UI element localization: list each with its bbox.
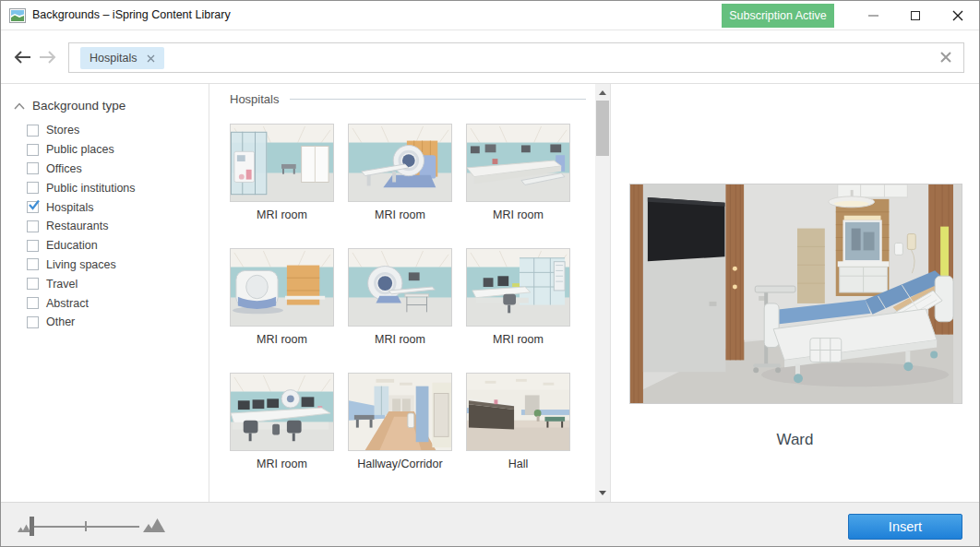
- app-window: Backgrounds – iSpring Content Library Su…: [0, 0, 980, 547]
- results-grid-area: Hospitals MRI roomMRI roomMRI roomMRI ro…: [210, 84, 595, 502]
- preview-panel: Ward: [610, 84, 979, 502]
- thumbnail-label: MRI room: [348, 333, 452, 346]
- grid-item[interactable]: MRI room: [230, 373, 334, 470]
- sidebar-item-label: Education: [46, 239, 98, 252]
- thumbnail-image[interactable]: [348, 248, 452, 327]
- thumbnail-image[interactable]: [348, 124, 452, 202]
- checkbox-living-spaces[interactable]: [27, 258, 39, 270]
- sidebar-item-label: Stores: [46, 124, 79, 137]
- grid-item[interactable]: MRI room: [466, 124, 570, 221]
- background-type-list: StoresPublic placesOfficesPublic institu…: [1, 121, 209, 332]
- preview-label: Ward: [611, 431, 979, 449]
- sidebar-item-abstract[interactable]: Abstract: [1, 293, 209, 313]
- search-clear-icon[interactable]: [939, 51, 952, 67]
- sidebar-item-public-places[interactable]: Public places: [1, 140, 209, 160]
- thumbnail-image[interactable]: [348, 373, 452, 451]
- sidebar-item-label: Offices: [46, 162, 82, 175]
- bottom-bar: Insert: [1, 502, 979, 546]
- scrollbar-thumb[interactable]: [596, 101, 609, 156]
- chevron-up-icon: [14, 102, 25, 110]
- thumbnail-label: Hall: [466, 458, 570, 470]
- filter-sidebar: Background type StoresPublic placesOffic…: [1, 84, 209, 502]
- thumbnail-label: MRI room: [348, 208, 452, 221]
- sidebar-item-label: Other: [46, 315, 75, 328]
- sidebar-item-label: Public places: [46, 143, 114, 156]
- grid-scrollbar[interactable]: [595, 84, 610, 502]
- close-button[interactable]: [937, 1, 979, 30]
- title-bar: Backgrounds – iSpring Content Library Su…: [1, 1, 979, 30]
- thumbnail-label: MRI room: [466, 333, 570, 346]
- grid-item[interactable]: MRI room: [348, 124, 452, 221]
- checkbox-public-places[interactable]: [27, 144, 39, 156]
- thumbnail-image[interactable]: [230, 373, 334, 451]
- grid-item[interactable]: Hallway/Corridor: [348, 373, 452, 470]
- sidebar-item-label: Living spaces: [46, 258, 116, 271]
- subscription-badge[interactable]: Subscription Active: [722, 4, 834, 28]
- checkbox-stores[interactable]: [27, 125, 39, 137]
- thumbnail-image[interactable]: [466, 124, 570, 202]
- grid-item[interactable]: MRI room: [230, 124, 334, 221]
- insert-button[interactable]: Insert: [848, 514, 962, 540]
- checkbox-other[interactable]: [27, 316, 39, 328]
- sidebar-item-label: Hospitals: [46, 201, 93, 214]
- back-arrow-icon[interactable]: [12, 49, 32, 65]
- sidebar-item-education[interactable]: Education: [1, 236, 209, 256]
- sidebar-item-public-institutions[interactable]: Public institutions: [1, 178, 209, 197]
- checkbox-public-institutions[interactable]: [27, 182, 39, 194]
- checkbox-hospitals[interactable]: [27, 201, 39, 213]
- scrollbar-down-icon[interactable]: [599, 491, 606, 495]
- thumbnail-image[interactable]: [230, 124, 334, 202]
- filter-chip-hospitals[interactable]: Hospitals: [80, 47, 164, 69]
- results-section-header: Hospitals: [230, 92, 586, 106]
- sidebar-item-label: Restaurants: [46, 220, 108, 232]
- section-divider: [290, 99, 586, 100]
- sidebar-item-stores[interactable]: Stores: [1, 121, 209, 140]
- sidebar-item-restaurants[interactable]: Restaurants: [1, 217, 209, 236]
- slider-thumb[interactable]: [30, 517, 34, 536]
- grid-item[interactable]: MRI room: [348, 248, 452, 346]
- sidebar-item-hospitals[interactable]: Hospitals: [1, 197, 209, 217]
- sidebar-item-offices[interactable]: Offices: [1, 160, 209, 179]
- grid-item[interactable]: MRI room: [230, 248, 334, 346]
- checkbox-restaurants[interactable]: [27, 220, 39, 232]
- minimize-dash-icon: [868, 15, 878, 17]
- background-type-header[interactable]: Background type: [14, 99, 125, 113]
- sidebar-item-other[interactable]: Other: [1, 313, 209, 332]
- thumbnail-label: MRI room: [230, 458, 334, 470]
- search-input[interactable]: Hospitals: [68, 42, 964, 73]
- large-thumbnail-icon[interactable]: [142, 517, 167, 533]
- checkbox-offices[interactable]: [27, 162, 39, 174]
- thumbnail-grid: MRI roomMRI roomMRI roomMRI roomMRI room…: [230, 124, 570, 470]
- thumbnail-size-slider[interactable]: [17, 515, 169, 537]
- thumbnail-image[interactable]: [466, 373, 570, 451]
- thumbnail-image[interactable]: [466, 248, 570, 327]
- sidebar-item-living-spaces[interactable]: Living spaces: [1, 256, 209, 275]
- sidebar-item-travel[interactable]: Travel: [1, 274, 209, 293]
- chip-remove-icon[interactable]: [147, 54, 155, 63]
- thumbnail-image[interactable]: [230, 248, 334, 327]
- slider-track[interactable]: [34, 526, 139, 528]
- sidebar-item-label: Abstract: [46, 297, 89, 310]
- background-type-label: Background type: [32, 99, 125, 113]
- preview-image-ward: [629, 184, 962, 404]
- section-title: Hospitals: [230, 92, 279, 106]
- scrollbar-up-icon[interactable]: [599, 90, 606, 95]
- app-picture-icon: [9, 7, 26, 24]
- slider-center-tick: [85, 521, 87, 531]
- maximize-button[interactable]: [894, 1, 937, 30]
- checkbox-travel[interactable]: [27, 278, 39, 290]
- grid-item[interactable]: MRI room: [466, 248, 570, 346]
- checkbox-abstract[interactable]: [27, 297, 39, 309]
- thumbnail-label: MRI room: [466, 208, 570, 221]
- thumbnail-label: MRI room: [230, 208, 334, 221]
- grid-item[interactable]: Hall: [466, 373, 570, 470]
- window-title: Backgrounds – iSpring Content Library: [32, 8, 231, 21]
- checkbox-education[interactable]: [27, 240, 39, 252]
- thumbnail-label: MRI room: [230, 333, 334, 346]
- minimize-button[interactable]: [852, 1, 894, 30]
- close-x-icon: [952, 10, 963, 21]
- navigation-bar: Hospitals: [1, 31, 979, 84]
- sidebar-item-label: Travel: [46, 278, 78, 291]
- forward-arrow-icon[interactable]: [38, 49, 58, 65]
- thumbnail-label: Hallway/Corridor: [348, 458, 452, 470]
